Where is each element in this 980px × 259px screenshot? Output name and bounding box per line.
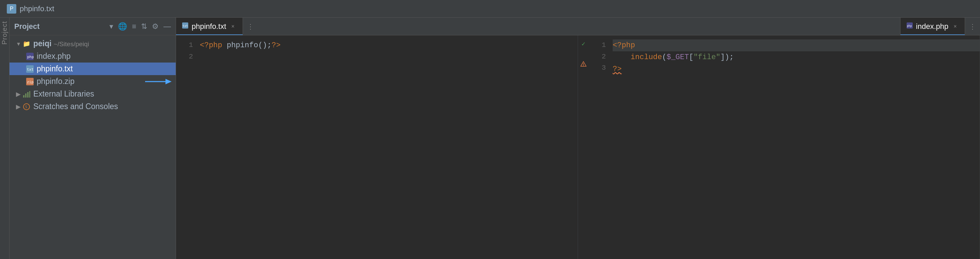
svg-rect-10 — [27, 92, 29, 97]
tab-index-php[interactable]: php index.php × — [900, 17, 965, 35]
svg-text:S: S — [25, 105, 27, 109]
php-file-icon: php — [25, 53, 35, 60]
line-num-1: 1 — [176, 40, 193, 51]
title-bar: P phpinfo.txt — [0, 0, 980, 17]
svg-text:zip: zip — [27, 80, 33, 84]
right-php-open: <?php — [612, 40, 635, 51]
php-func-name: phpinfo — [227, 40, 258, 51]
tab-bar-spacer — [258, 17, 900, 35]
right-line-num-1: 1 — [589, 40, 606, 51]
left-editor-pane: 1 2 <?php phpinfo () ; ?> — [176, 35, 578, 259]
toolbar-settings-btn[interactable]: ⚙ — [152, 22, 159, 31]
zip-file-icon: zip — [25, 78, 35, 85]
tab-index-php-icon: php — [907, 22, 913, 30]
right-line-numbers: 1 2 3 — [589, 35, 609, 259]
svg-rect-11 — [29, 91, 30, 97]
right-code-line-1: <?php — [612, 40, 980, 51]
svg-text:txt: txt — [183, 24, 188, 27]
right-code-line-3: ?> — [612, 63, 980, 75]
svg-text:txt: txt — [27, 67, 33, 72]
ext-libs-icon — [22, 91, 31, 98]
root-label: peiqi ~/Sites/peiqi — [33, 39, 176, 48]
txt-file-icon: txt — [25, 65, 35, 73]
sidebar-toolbar: Project ▾ 🌐 ≡ ⇅ ⚙ — — [10, 17, 176, 35]
toolbar-sort-btn[interactable]: ⇅ — [141, 22, 147, 31]
right-editor-pane: ✓ 1 2 3 — [578, 35, 980, 259]
right-get-var: $_GET — [667, 51, 689, 63]
tab-phpinfo-txt-close[interactable]: × — [230, 23, 237, 30]
side-tab: Project — [0, 17, 10, 259]
right-line-num-3: 3 — [589, 62, 606, 74]
ext-libs-arrow: ▶ — [15, 91, 22, 98]
gutter-check-icon: ✓ — [578, 40, 589, 49]
tab-index-php-label: index.php — [916, 22, 948, 31]
main-layout: Project Project ▾ 🌐 ≡ ⇅ ⚙ — ▾ 📁 peiqi ~/… — [0, 17, 980, 259]
right-indent — [612, 51, 631, 63]
scratches-label: Scratches and Consoles — [33, 102, 176, 111]
tab-index-php-close[interactable]: × — [952, 23, 959, 30]
tree-item-root[interactable]: ▾ 📁 peiqi ~/Sites/peiqi — [10, 37, 176, 50]
left-code-area[interactable]: <?php phpinfo () ; ?> — [196, 35, 578, 259]
svg-marker-7 — [165, 79, 172, 84]
right-paren-open: ( — [662, 51, 667, 63]
right-semicolon: ; — [729, 51, 733, 63]
toolbar-collapse-btn[interactable]: — — [164, 22, 171, 31]
title-text: phpinfo.txt — [20, 5, 54, 13]
right-paren-close: ) — [725, 51, 729, 63]
gutter-warning-icon — [578, 59, 589, 69]
ext-libs-label: External Libraries — [33, 89, 176, 99]
sidebar-title: Project — [14, 22, 105, 31]
scratches-icon: S — [22, 103, 31, 110]
right-line-num-2: 2 — [589, 51, 606, 62]
svg-text:php: php — [27, 55, 33, 59]
tree-item-ext-libs[interactable]: ▶ External Libraries — [10, 88, 176, 100]
php-parens: () — [258, 40, 267, 51]
phpinfo-txt-label: phpinfo.txt — [37, 64, 176, 73]
sidebar: Project ▾ 🌐 ≡ ⇅ ⚙ — ▾ 📁 peiqi ~/Sites/pe… — [10, 17, 176, 259]
side-tab-label[interactable]: Project — [1, 21, 8, 44]
scratches-arrow: ▶ — [15, 103, 22, 110]
tree-item-scratches[interactable]: ▶ S Scratches and Consoles — [10, 100, 176, 113]
right-file-string: "file" — [694, 51, 721, 63]
tree-item-phpinfo-zip[interactable]: zip phpinfo.zip — [10, 75, 176, 88]
tab-phpinfo-txt-label: phpinfo.txt — [192, 22, 226, 31]
sidebar-dropdown-btn[interactable]: ▾ — [110, 22, 113, 31]
title-bar-left: P phpinfo.txt — [7, 4, 54, 14]
tab-phpinfo-txt[interactable]: txt phpinfo.txt × — [176, 17, 243, 35]
tree-item-phpinfo-txt[interactable]: txt phpinfo.txt — [10, 62, 176, 75]
right-code-area[interactable]: <?php include ( $_GET [ "file" ] ) — [609, 35, 980, 259]
toolbar-align-btn[interactable]: ≡ — [132, 22, 136, 31]
php-open-tag: <?php — [200, 40, 227, 51]
index-php-label: index.php — [37, 52, 176, 61]
svg-rect-9 — [25, 94, 27, 97]
tab-phpinfo-txt-icon: txt — [182, 22, 188, 30]
left-tab-bar: txt phpinfo.txt × ⋮ php index.php × ⋮ — [176, 17, 980, 35]
line-num-2: 2 — [176, 51, 193, 62]
folder-icon: 📁 — [22, 40, 31, 48]
svg-rect-8 — [23, 95, 24, 97]
tab-more-right[interactable]: ⋮ — [965, 17, 980, 35]
code-line-1: <?php phpinfo () ; ?> — [200, 40, 578, 51]
php-close-tag: ?> — [272, 40, 280, 51]
root-arrow: ▾ — [15, 40, 22, 48]
tree-item-index-php[interactable]: php index.php — [10, 50, 176, 62]
php-semicolon: ; — [267, 40, 272, 51]
blue-arrow-annotation — [145, 75, 172, 88]
right-code-line-2: include ( $_GET [ "file" ] ) ; — [612, 51, 980, 63]
app-icon: P — [7, 4, 16, 14]
right-editor-content[interactable]: ✓ 1 2 3 — [578, 35, 980, 259]
svg-point-19 — [583, 65, 584, 66]
editor-split: 1 2 <?php phpinfo () ; ?> — [176, 35, 980, 259]
code-line-2 — [200, 51, 578, 63]
right-include-keyword: include — [631, 51, 662, 63]
right-gutter: ✓ — [578, 35, 589, 259]
left-line-numbers: 1 2 — [176, 35, 196, 259]
toolbar-globe-btn[interactable]: 🌐 — [118, 22, 127, 31]
gutter-empty-2 — [578, 49, 589, 59]
svg-text:php: php — [907, 24, 912, 27]
left-editor-content[interactable]: 1 2 <?php phpinfo () ; ?> — [176, 35, 578, 259]
right-bracket-close: ] — [721, 51, 725, 63]
tab-more-left[interactable]: ⋮ — [243, 17, 258, 35]
file-tree: ▾ 📁 peiqi ~/Sites/peiqi php index.php tx… — [10, 35, 176, 259]
editor-area: txt phpinfo.txt × ⋮ php index.php × ⋮ — [176, 17, 980, 259]
